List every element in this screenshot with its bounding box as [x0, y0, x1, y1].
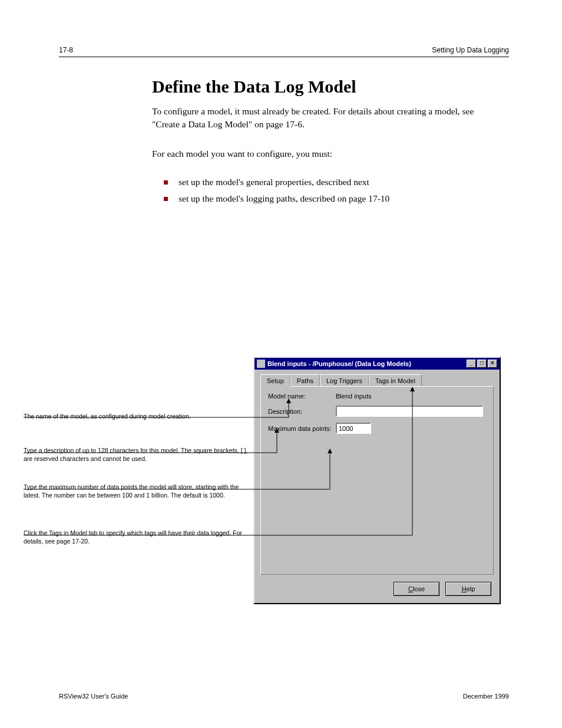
description-input[interactable]	[336, 406, 483, 417]
bullet-item: set up the model's logging paths, descri…	[152, 193, 482, 204]
tab-log-triggers[interactable]: Log Triggers	[320, 374, 369, 386]
callout-description: Type a description of up to 128 characte…	[24, 447, 253, 463]
tab-setup[interactable]: Setup	[260, 374, 290, 387]
tab-paths[interactable]: Paths	[290, 374, 320, 386]
tab-strip: Setup Paths Log Triggers Tags in Model	[260, 374, 494, 386]
header-rule	[59, 57, 509, 57]
model-name-label: Model name:	[268, 393, 336, 400]
description-label: Description:	[268, 408, 336, 415]
app-icon	[257, 360, 265, 368]
bullet-item: set up the model's general properties, d…	[152, 177, 482, 187]
close-button[interactable]: Close	[394, 582, 439, 596]
section-heading: Define the Data Log Model	[152, 77, 356, 97]
tab-tags-in-model[interactable]: Tags in Model	[369, 374, 422, 386]
callout-max-points: Type the maximum number of data points t…	[24, 483, 253, 499]
header-title: Setting Up Data Logging	[432, 46, 509, 54]
paragraph-1: To configure a model, it must already be…	[152, 105, 482, 131]
minimize-button[interactable]: _	[467, 360, 476, 368]
window-title: Blend inputs - /Pumphouse/ (Data Log Mod…	[267, 360, 467, 367]
footer-left: RSView32 User's Guide	[59, 693, 128, 700]
close-window-button[interactable]: ×	[488, 360, 497, 368]
max-data-points-input[interactable]	[336, 423, 371, 434]
bullet-icon	[164, 180, 168, 185]
bullet-icon	[164, 197, 168, 201]
dialog-button-row: Close Help	[394, 582, 491, 596]
bullet-text: set up the model's logging paths, descri…	[178, 193, 389, 204]
close-button-rest: lose	[413, 585, 425, 592]
bullet-list: set up the model's general properties, d…	[152, 177, 482, 210]
footer-right: December 1999	[463, 693, 509, 700]
paragraph-2: For each model you want to configure, yo…	[152, 147, 482, 160]
titlebar[interactable]: Blend inputs - /Pumphouse/ (Data Log Mod…	[254, 358, 500, 370]
max-data-points-label: Maximum data points:	[268, 425, 336, 432]
running-header: 17-8 Setting Up Data Logging	[59, 46, 509, 54]
tab-panel-setup: Model name: Blend inputs Description: Ma…	[260, 386, 494, 575]
callout-model-name: The name of the model, as configured dur…	[24, 413, 253, 421]
help-button[interactable]: Help	[445, 582, 491, 596]
model-name-value: Blend inputs	[336, 393, 372, 400]
help-button-rest: elp	[467, 585, 475, 592]
page-number: 17-8	[59, 46, 73, 54]
bullet-text: set up the model's general properties, d…	[178, 177, 369, 187]
data-log-model-dialog: Blend inputs - /Pumphouse/ (Data Log Mod…	[253, 357, 501, 604]
callout-tags-in-model: Click the Tags in Model tab to specify w…	[24, 529, 253, 545]
maximize-button[interactable]: □	[477, 360, 487, 368]
